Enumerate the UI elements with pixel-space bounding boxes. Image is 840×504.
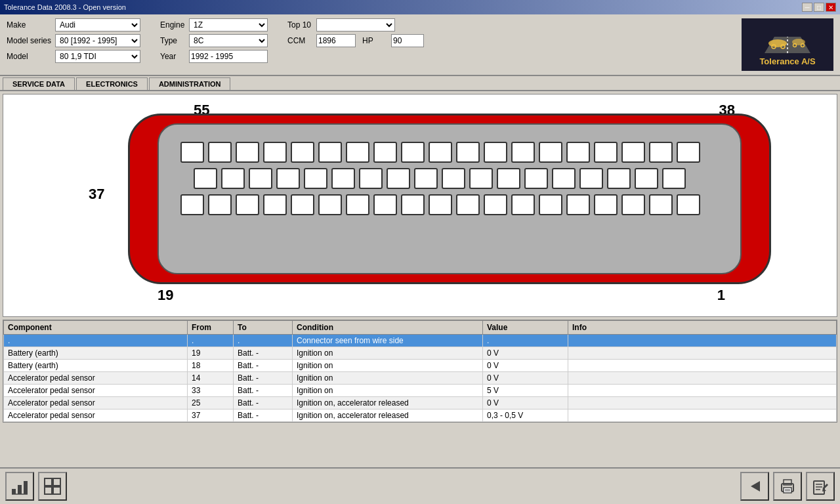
table-row[interactable]: Battery (earth)18Batt. -Ignition on0 V [4, 360, 837, 372]
cell-component: Accelerator pedal sensor [4, 397, 188, 410]
toolbar-btn-back[interactable] [740, 472, 769, 501]
type-label: Type [160, 36, 186, 45]
data-table: Component From To Condition Value Info .… [3, 320, 837, 422]
edit-icon [811, 477, 830, 495]
pin [304, 168, 327, 189]
main-area: 55 38 37 20 19 1 [3, 94, 837, 317]
pin [236, 142, 259, 163]
top-panel: Make Audi Model series 80 [1992 - 1995] … [0, 14, 840, 76]
minimize-button[interactable]: ─ [802, 3, 812, 12]
cell-info [568, 410, 837, 422]
svg-point-2 [768, 39, 787, 47]
col-header-component: Component [4, 321, 188, 335]
pin [566, 194, 590, 215]
pin [373, 194, 397, 215]
pin [649, 142, 673, 163]
engine-select[interactable]: 1Z [189, 18, 268, 32]
svg-rect-8 [12, 489, 16, 494]
pin [346, 194, 369, 215]
table-row[interactable]: ...Connector seen from wire side. [4, 335, 837, 347]
pin [579, 168, 603, 189]
pin [194, 168, 217, 189]
cell-from: 25 [188, 397, 234, 410]
pin [469, 168, 493, 189]
col-header-to: To [234, 321, 293, 335]
model-series-select[interactable]: 80 [1992 - 1995] [55, 34, 140, 47]
pin [331, 168, 355, 189]
right-fields: Top 10 CCM HP [287, 18, 424, 50]
svg-rect-13 [53, 478, 60, 486]
pin [263, 142, 287, 163]
toolbar-btn-chart[interactable] [5, 472, 34, 501]
pin [276, 168, 300, 189]
close-button[interactable]: ✕ [826, 3, 836, 12]
table-row[interactable]: Accelerator pedal sensor37Batt. -Ignitio… [4, 410, 837, 422]
pin [677, 194, 700, 215]
svg-rect-10 [24, 481, 28, 494]
table-row[interactable]: Accelerator pedal sensor33Batt. -Ignitio… [4, 385, 837, 397]
cell-component: . [4, 335, 188, 347]
pin [208, 142, 232, 163]
pin-row-3 [180, 194, 719, 215]
pin [594, 194, 618, 215]
nav-service-data[interactable]: SERVICE DATA [3, 77, 75, 90]
cell-condition: Ignition on [293, 347, 483, 360]
toolbar-btn-print[interactable] [773, 472, 802, 501]
nav-administration[interactable]: ADMINISTRATION [149, 77, 231, 90]
model-label: Model [7, 52, 52, 61]
pin [387, 168, 410, 189]
pin-area [174, 136, 725, 261]
svg-rect-22 [814, 481, 824, 494]
col-header-value: Value [483, 321, 568, 335]
hp-input[interactable] [391, 34, 424, 47]
cell-component: Battery (earth) [4, 347, 188, 360]
pin [662, 168, 686, 189]
cell-info [568, 360, 837, 372]
pin [552, 168, 576, 189]
logo-icon: Tolerance A/S [758, 24, 817, 66]
pin-row-2 [180, 168, 719, 189]
cell-value: 0,3 - 0,5 V [483, 410, 568, 422]
type-select[interactable]: 8C [189, 34, 268, 47]
toolbar-btn-grid[interactable] [38, 472, 67, 501]
pin [621, 142, 645, 163]
top10-label: Top 10 [287, 20, 314, 30]
ccm-input[interactable] [316, 34, 356, 47]
toolbar-right [740, 472, 835, 501]
pin [607, 168, 631, 189]
cell-value: 0 V [483, 347, 568, 360]
cell-condition: Ignition on, accelerator released [293, 397, 483, 410]
table-wrapper[interactable]: Component From To Condition Value Info .… [3, 320, 837, 422]
table-row[interactable]: Accelerator pedal sensor14Batt. -Ignitio… [4, 372, 837, 385]
table-row[interactable]: Battery (earth)19Batt. -Ignition on0 V [4, 347, 837, 360]
pin-row-1 [180, 142, 719, 163]
pin [263, 194, 287, 215]
cell-to: Batt. - [234, 347, 293, 360]
model-select[interactable]: 80 1,9 TDI [55, 50, 140, 63]
cell-info [568, 335, 837, 347]
pin-label-19: 19 [158, 287, 173, 304]
cell-to: Batt. - [234, 385, 293, 397]
pin [484, 142, 507, 163]
connector-diagram: 55 38 37 20 19 1 [72, 100, 768, 310]
pin [401, 142, 425, 163]
svg-rect-19 [784, 488, 791, 493]
navbar: SERVICE DATA ELECTRONICS ADMINISTRATION [0, 76, 840, 91]
cell-condition: Ignition on [293, 385, 483, 397]
titlebar: Tolerance Data 2008.3 - Open version ─ □… [0, 0, 840, 14]
titlebar-title: Tolerance Data 2008.3 - Open version [4, 3, 126, 11]
pin [318, 194, 342, 215]
nav-electronics[interactable]: ELECTRONICS [76, 77, 148, 90]
pin [318, 142, 342, 163]
pin [539, 194, 562, 215]
pin [180, 142, 204, 163]
titlebar-controls: ─ □ ✕ [802, 3, 836, 12]
pin [442, 168, 465, 189]
table-row[interactable]: Accelerator pedal sensor25Batt. -Ignitio… [4, 397, 837, 410]
year-input[interactable] [189, 50, 268, 63]
toolbar-btn-edit[interactable] [806, 472, 835, 501]
top10-select[interactable] [316, 18, 395, 32]
make-select[interactable]: Audi [55, 18, 140, 32]
pin [511, 142, 535, 163]
maximize-button[interactable]: □ [814, 3, 824, 12]
